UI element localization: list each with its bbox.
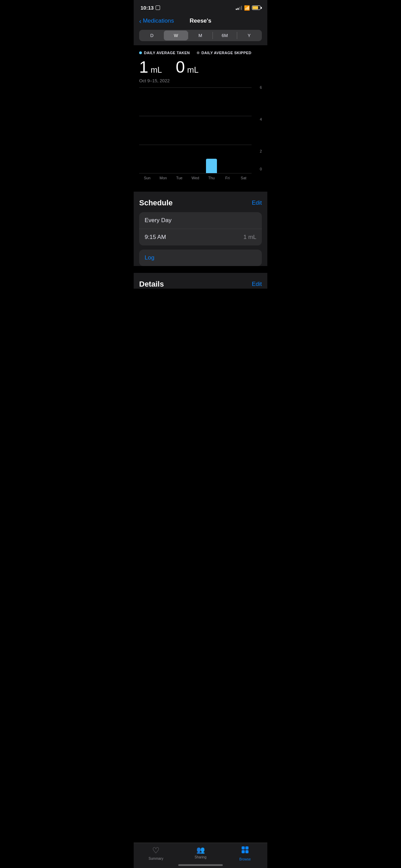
label-wed: Wed xyxy=(187,174,204,183)
time-dose-row: 9:15 AM 1 mL xyxy=(139,229,262,245)
bar-wed xyxy=(187,87,204,173)
skipped-dot xyxy=(197,51,199,54)
y-label-2: 2 xyxy=(253,149,262,153)
label-tue: Tue xyxy=(171,174,187,183)
label-thu: Thu xyxy=(203,174,219,183)
tab-w[interactable]: W xyxy=(164,31,188,40)
schedule-section: Schedule Edit Every Day 9:15 AM 1 mL Log xyxy=(134,192,267,266)
keypad-icon xyxy=(156,5,160,10)
tab-6m[interactable]: 6M xyxy=(213,31,237,40)
wifi-icon: 📶 xyxy=(244,5,250,11)
y-label-4: 4 xyxy=(253,117,262,121)
bar-mon xyxy=(155,87,171,173)
back-button[interactable]: ‹ Medications xyxy=(139,17,174,24)
tab-m[interactable]: M xyxy=(188,31,212,40)
label-mon: Mon xyxy=(155,174,171,183)
skipped-value: 0 mL xyxy=(176,59,199,75)
log-card[interactable]: Log xyxy=(139,250,262,266)
time-selector: D W M 6M Y xyxy=(134,30,267,45)
schedule-title: Schedule xyxy=(139,198,173,207)
schedule-edit-button[interactable]: Edit xyxy=(252,200,262,206)
y-label-0: 0 xyxy=(253,167,262,171)
bar-fri xyxy=(219,87,235,173)
details-title: Details xyxy=(139,280,164,289)
bar-sun xyxy=(139,87,155,173)
schedule-card: Every Day 9:15 AM 1 mL xyxy=(139,212,262,245)
signal-icon xyxy=(236,6,242,10)
label-sun: Sun xyxy=(139,174,155,183)
legend-skipped: DAILY AVERAGE SKIPPED xyxy=(197,51,252,55)
back-chevron-icon: ‹ xyxy=(139,17,142,24)
stat-skipped: 0 mL xyxy=(176,59,199,75)
bar-chart: 6 4 2 0 xyxy=(139,87,262,183)
y-label-6: 6 xyxy=(253,85,262,89)
chart-legend: DAILY AVERAGE TAKEN DAILY AVERAGE SKIPPE… xyxy=(139,51,262,55)
battery-icon xyxy=(252,5,260,10)
legend-taken: DAILY AVERAGE TAKEN xyxy=(139,51,190,55)
tab-y[interactable]: Y xyxy=(237,31,261,40)
bar-thu xyxy=(203,87,219,173)
nav-header: ‹ Medications Reese's xyxy=(134,13,267,30)
taken-dot xyxy=(139,51,142,54)
schedule-header: Schedule Edit xyxy=(139,198,262,207)
tab-d[interactable]: D xyxy=(140,31,164,40)
time-tabs: D W M 6M Y xyxy=(139,30,262,41)
schedule-time: 9:15 AM xyxy=(145,234,166,241)
back-label: Medications xyxy=(143,17,174,24)
log-button[interactable]: Log xyxy=(145,254,154,261)
bar-sat xyxy=(235,87,252,173)
stats-row: 1 mL 0 mL xyxy=(139,59,262,75)
status-bar: 10:13 📶 xyxy=(134,0,267,13)
taken-value: 1 mL xyxy=(139,59,162,75)
bar-tue xyxy=(171,87,187,173)
schedule-dose: 1 mL xyxy=(243,234,256,241)
stat-taken: 1 mL xyxy=(139,59,162,75)
chart-section: DAILY AVERAGE TAKEN DAILY AVERAGE SKIPPE… xyxy=(134,45,267,183)
page-title: Reese's xyxy=(190,17,211,24)
date-range: Oct 9–15, 2022 xyxy=(139,78,262,83)
day-labels: Sun Mon Tue Wed Thu Fri Sat xyxy=(139,174,252,183)
status-icons: 📶 xyxy=(236,5,260,11)
bars-area xyxy=(139,87,252,173)
label-fri: Fri xyxy=(219,174,235,183)
details-edit-button[interactable]: Edit xyxy=(252,281,262,288)
status-time: 10:13 xyxy=(141,5,160,11)
details-section: Details Edit xyxy=(134,273,267,289)
frequency-row: Every Day xyxy=(139,212,262,229)
details-header: Details Edit xyxy=(139,280,262,289)
frequency-label: Every Day xyxy=(145,217,171,224)
label-sat: Sat xyxy=(235,174,252,183)
